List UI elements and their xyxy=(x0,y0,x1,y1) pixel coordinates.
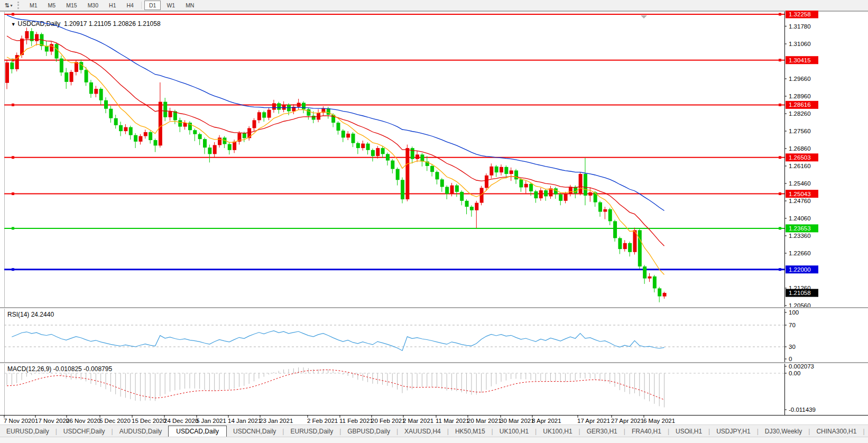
date-axis-canvas: 7 Nov 202017 Nov 202026 Nov 20205 Dec 20… xyxy=(0,416,868,424)
timeframe-button-M5[interactable]: M5 xyxy=(43,1,61,10)
tab-UK100-H1[interactable]: UK100,H1 xyxy=(537,426,578,437)
candle-body xyxy=(262,112,266,117)
candle-body xyxy=(134,135,137,142)
candle-body xyxy=(588,192,592,196)
toolbar-grip[interactable] xyxy=(17,2,21,9)
candle-body xyxy=(623,243,627,249)
price-tick-label: 1.20560 xyxy=(789,302,811,307)
tab-USC[interactable]: USC xyxy=(865,426,868,437)
chart-shift-marker-icon[interactable] xyxy=(641,15,647,19)
candle-body xyxy=(356,143,360,148)
tab-GER30-H1[interactable]: GER30,H1 xyxy=(580,426,624,437)
candle-body xyxy=(401,180,404,199)
candle-body xyxy=(124,127,127,132)
candle-body xyxy=(45,46,49,51)
date-tick-label: 5 Jan 2021 xyxy=(196,418,226,424)
tab-EURUSD-Daily[interactable]: EURUSD,Daily xyxy=(284,426,339,437)
timeframe-button-M15[interactable]: M15 xyxy=(61,1,81,10)
hline-handle[interactable] xyxy=(779,104,781,106)
tab-FRA40-H1[interactable]: FRA40,H1 xyxy=(625,426,668,437)
chart-tab-bar: EURUSD,Daily|USDCHF,Daily|AUDUSD,DailyUS… xyxy=(0,424,868,437)
hline-1.25043[interactable] xyxy=(4,192,784,195)
tab-USDCHF-Daily[interactable]: USDCHF,Daily xyxy=(57,426,112,437)
timeframe-button-D1[interactable]: D1 xyxy=(144,1,161,10)
timeframe-button-W1[interactable]: W1 xyxy=(162,1,180,10)
macd-tick-label: 0.00 xyxy=(789,370,800,376)
candle-body xyxy=(638,230,642,266)
candle-body xyxy=(5,62,9,83)
price-tick-label: 1.22660 xyxy=(789,250,811,256)
candle-body xyxy=(287,105,291,111)
tab-XAUUSD-H4[interactable]: XAUUSD,H4 xyxy=(398,426,447,437)
hline-handle[interactable] xyxy=(12,268,14,271)
tab-CHINA300-H1[interactable]: CHINA300,H1 xyxy=(810,426,863,437)
hline-handle[interactable] xyxy=(779,13,781,16)
candle-body xyxy=(396,169,400,180)
candle-body xyxy=(430,166,434,172)
tab-HK50-M15[interactable]: HK50,M15 xyxy=(449,426,492,437)
candle-body xyxy=(603,209,607,212)
candle-body xyxy=(169,111,172,117)
hline-1.26503[interactable] xyxy=(4,156,784,159)
date-tick-label: 20 Mar 2021 xyxy=(467,418,502,424)
hline-handle[interactable] xyxy=(12,192,14,195)
date-tick-label: 8 Apr 2021 xyxy=(532,418,561,424)
tab-EURUSD-Daily[interactable]: EURUSD,Daily xyxy=(0,426,56,437)
timeframe-button-M30[interactable]: M30 xyxy=(83,1,103,10)
candle-body xyxy=(524,184,528,188)
candle-body xyxy=(460,192,464,201)
date-tick-label: 17 Apr 2021 xyxy=(577,418,610,424)
timeframe-button-H4[interactable]: H4 xyxy=(122,1,138,10)
hline-handle[interactable] xyxy=(12,227,14,229)
hline-1.30415[interactable] xyxy=(4,59,784,61)
hline-handle[interactable] xyxy=(779,192,781,195)
timeframe-button-H1[interactable]: H1 xyxy=(104,1,121,10)
chart-tool-icon[interactable]: ⇅ ▾ xyxy=(2,1,15,10)
tab-USOil-H1[interactable]: USOil,H1 xyxy=(669,426,708,437)
candle-body xyxy=(391,161,394,169)
hline-handle[interactable] xyxy=(12,104,14,106)
macd-tick-label: -0.011439 xyxy=(789,407,816,413)
tab-USDCAD-Daily[interactable]: USDCAD,Daily xyxy=(168,426,227,437)
hline-handle[interactable] xyxy=(12,156,14,159)
tab-USDJPY-H1[interactable]: USDJPY,H1 xyxy=(710,426,756,437)
candle-body xyxy=(405,148,409,199)
date-tick-label: 11 Mar 2021 xyxy=(436,418,469,424)
candle-body xyxy=(584,174,587,196)
timeframe-buttons: M1M5M15M30H1H4D1W1MN xyxy=(24,1,199,10)
hline-handle[interactable] xyxy=(779,59,781,61)
date-tick-label: 2 Mar 2021 xyxy=(403,418,433,424)
main-chart-canvas[interactable]: 1.317801.310601.296601.289601.282601.275… xyxy=(0,11,868,307)
tab-USDCNH-Daily[interactable]: USDCNH,Daily xyxy=(227,426,282,437)
hline-handle[interactable] xyxy=(779,156,781,159)
hline-handle[interactable] xyxy=(12,13,14,16)
hline-1.28616[interactable] xyxy=(4,104,784,106)
macd-panel-canvas[interactable]: 0.0020730.00-0.011439 xyxy=(0,364,868,415)
rsi-panel-canvas[interactable]: 10070300 xyxy=(0,309,868,362)
candle-body xyxy=(119,125,123,131)
candle-body xyxy=(327,108,330,115)
hline-1.22000[interactable] xyxy=(4,268,784,271)
candle-body xyxy=(569,187,572,193)
candle-body xyxy=(475,203,478,210)
tab-GBPUSD-Daily[interactable]: GBPUSD,Daily xyxy=(341,426,396,437)
candle-body xyxy=(485,176,488,188)
price-tick-label: 1.24060 xyxy=(789,215,811,222)
candle-body xyxy=(79,62,83,70)
timeframe-button-MN[interactable]: MN xyxy=(181,1,199,10)
hline-handle[interactable] xyxy=(779,227,781,229)
hline-1.23653[interactable] xyxy=(4,227,784,229)
tab-AUDUSD-Daily[interactable]: AUDUSD,Daily xyxy=(113,426,169,437)
candle-body xyxy=(203,139,207,147)
timeframe-button-M1[interactable]: M1 xyxy=(25,1,42,10)
price-tick-label: 1.25460 xyxy=(789,180,811,187)
price-flag-label: 1.23653 xyxy=(789,225,811,232)
candle-body xyxy=(346,134,350,138)
hline-1.32258[interactable] xyxy=(4,13,784,16)
chart-tool-glyph: ⇅ xyxy=(4,2,9,9)
current-price-label: 1.21058 xyxy=(789,290,811,296)
tab-DJ30-Weekly[interactable]: DJ30,Weekly xyxy=(759,426,808,437)
tab-UK100-H1[interactable]: UK100,H1 xyxy=(493,426,535,437)
hline-handle[interactable] xyxy=(779,268,781,271)
candle-body xyxy=(70,72,73,82)
